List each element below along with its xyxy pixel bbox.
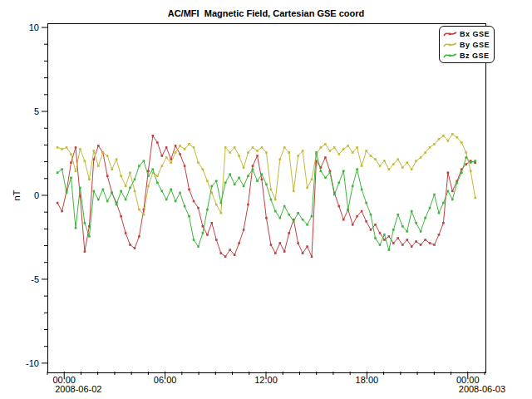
data-point-marker: [433, 143, 436, 145]
data-point-marker: [429, 207, 431, 209]
x-tick-label: 12:00: [248, 375, 284, 385]
data-point-marker: [229, 249, 231, 251]
data-point-marker: [188, 215, 190, 218]
data-point-marker: [293, 220, 295, 223]
data-point-marker: [447, 140, 450, 142]
data-point-marker: [247, 175, 249, 177]
data-point-marker: [220, 212, 223, 214]
data-point-marker: [383, 239, 386, 241]
bx-series-marker-icon: [443, 29, 457, 38]
data-point-marker: [120, 215, 122, 218]
data-point-marker: [106, 175, 109, 177]
data-point-marker: [147, 185, 150, 188]
data-point-marker: [297, 155, 299, 157]
data-point-marker: [75, 170, 77, 172]
data-point-marker: [338, 205, 341, 208]
data-point-marker: [75, 146, 77, 149]
data-point-marker: [261, 173, 264, 175]
data-point-marker: [356, 215, 358, 218]
data-point-marker: [211, 222, 214, 224]
data-point-marker: [224, 182, 227, 185]
data-point-marker: [57, 202, 59, 204]
data-point-marker: [433, 194, 436, 196]
data-point-marker: [274, 210, 277, 213]
data-point-marker: [202, 168, 204, 170]
data-point-marker: [170, 161, 172, 164]
data-point-marker: [265, 217, 268, 219]
data-point-marker: [338, 182, 341, 185]
data-point-marker: [111, 168, 113, 170]
data-point-marker: [365, 220, 367, 223]
data-point-marker: [224, 146, 227, 149]
data-point-marker: [470, 161, 472, 164]
bz-series-marker-icon: [443, 51, 457, 60]
data-point-marker: [161, 190, 164, 193]
data-point-marker: [415, 160, 417, 162]
data-point-marker: [120, 190, 122, 193]
data-point-marker: [470, 170, 472, 172]
data-point-marker: [234, 146, 236, 149]
data-point-marker: [120, 175, 122, 177]
data-point-marker: [147, 170, 150, 172]
data-point-marker: [116, 158, 118, 160]
data-point-marker: [175, 145, 177, 147]
data-point-marker: [306, 187, 308, 190]
data-point-marker: [75, 227, 77, 229]
by-series-marker-icon: [443, 40, 457, 49]
data-point-marker: [370, 229, 372, 231]
data-point-marker: [302, 150, 304, 152]
data-point-marker: [247, 204, 249, 206]
data-point-marker: [438, 212, 441, 214]
data-point-marker: [311, 255, 313, 258]
data-point-marker: [388, 249, 391, 251]
data-point-marker: [215, 204, 218, 206]
data-point-marker: [211, 185, 214, 188]
data-point-marker: [474, 197, 476, 200]
data-point-marker: [361, 210, 363, 213]
data-point-marker: [134, 179, 136, 181]
data-point-marker: [324, 156, 327, 159]
data-point-marker: [347, 209, 349, 211]
data-point-marker: [302, 252, 304, 254]
data-point-marker: [442, 135, 445, 137]
data-point-marker: [93, 158, 96, 160]
data-point-marker: [247, 151, 249, 154]
data-point-marker: [261, 146, 264, 149]
data-point-marker: [193, 239, 195, 241]
x-tick-label: 00:00: [450, 375, 486, 385]
data-point-marker: [61, 168, 63, 170]
data-point-marker: [134, 190, 136, 193]
data-point-marker: [252, 165, 254, 167]
data-point-marker: [392, 229, 395, 231]
data-point-marker: [184, 165, 186, 167]
y-tick-label: 10: [15, 22, 39, 32]
data-point-marker: [70, 177, 72, 180]
data-point-marker: [57, 146, 59, 149]
data-point-marker: [256, 155, 259, 157]
data-point-marker: [397, 214, 400, 216]
data-point-marker: [125, 199, 127, 201]
data-point-marker: [451, 199, 454, 201]
data-point-marker: [333, 194, 336, 196]
data-point-marker: [165, 199, 168, 201]
data-point-marker: [165, 156, 168, 159]
data-point-marker: [152, 135, 155, 137]
data-point-marker: [125, 232, 127, 234]
data-point-marker: [138, 235, 140, 238]
data-point-marker: [129, 171, 131, 174]
data-point-marker: [97, 165, 100, 167]
data-point-marker: [215, 180, 218, 183]
data-point-marker: [288, 232, 290, 234]
data-point-marker: [424, 217, 426, 219]
data-point-marker: [352, 224, 354, 226]
data-point-marker: [361, 189, 363, 191]
plot-area: Bx GSE By GSE Bz GSE: [47, 23, 486, 373]
data-point-marker: [138, 209, 140, 211]
data-point-marker: [143, 160, 145, 162]
x-axis-date-end: 2008-06-03: [459, 384, 505, 394]
data-point-marker: [79, 187, 81, 190]
data-point-marker: [252, 168, 254, 170]
data-point-marker: [234, 254, 236, 256]
chart-title: AC/MFI Magnetic Field, Cartesian GSE coo…: [0, 8, 532, 18]
data-point-marker: [442, 202, 445, 204]
